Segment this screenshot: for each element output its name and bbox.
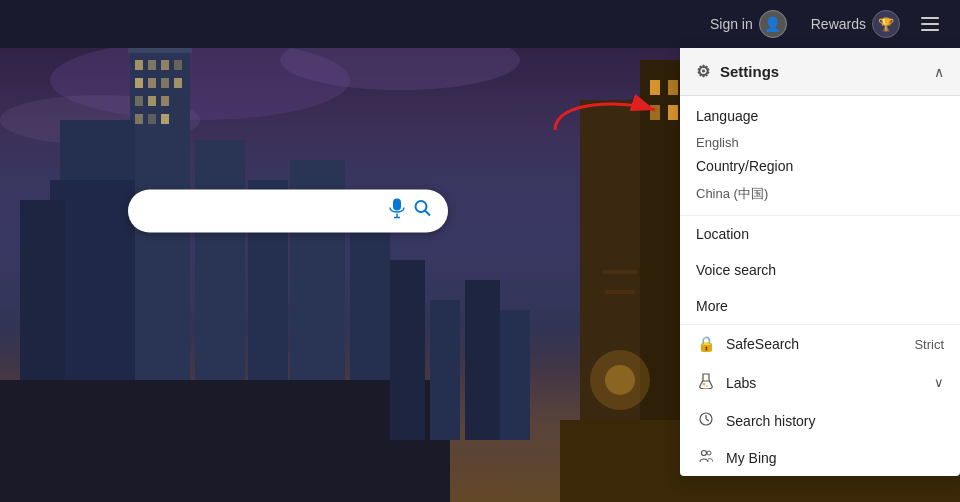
chevron-up-icon: ∧: [934, 64, 944, 80]
settings-dropdown: ⚙ Settings ∧ Language English Country/Re…: [680, 48, 960, 476]
menu-line-2: [921, 23, 939, 25]
more-item[interactable]: More: [680, 288, 960, 325]
language-item[interactable]: Language English: [680, 96, 960, 154]
my-bing-left: My Bing: [696, 449, 777, 466]
safesearch-value: Strict: [914, 337, 944, 352]
labs-item[interactable]: Labs ∨: [680, 363, 960, 402]
labs-left: Labs: [696, 373, 756, 392]
labs-label: Labs: [726, 375, 756, 391]
mic-icon[interactable]: [388, 198, 406, 225]
labs-chevron-icon: ∨: [934, 375, 944, 390]
svg-point-57: [702, 451, 707, 456]
location-label: Location: [696, 226, 749, 242]
my-bing-item[interactable]: My Bing: [680, 439, 960, 476]
search-history-item[interactable]: Search history: [680, 402, 960, 439]
safesearch-left: 🔒 SafeSearch: [696, 335, 799, 353]
settings-title: Settings: [720, 63, 779, 80]
svg-point-52: [703, 383, 706, 386]
voice-search-item[interactable]: Voice search: [680, 252, 960, 288]
menu-line-1: [921, 17, 939, 19]
clock-icon: [696, 412, 716, 429]
signin-button[interactable]: Sign in 👤: [702, 6, 795, 42]
search-history-left: Search history: [696, 412, 815, 429]
search-input[interactable]: [144, 202, 380, 220]
settings-header-left: ⚙ Settings: [696, 62, 779, 81]
labs-icon: [696, 373, 716, 392]
voice-search-label: Voice search: [696, 262, 776, 278]
country-item[interactable]: Country/Region China (中国): [680, 154, 960, 216]
safesearch-label: SafeSearch: [726, 336, 799, 352]
svg-point-58: [707, 451, 711, 455]
search-icon[interactable]: [414, 200, 432, 223]
rewards-icon: 🏆: [872, 10, 900, 38]
language-label: Language: [696, 108, 758, 124]
my-bing-icon: [696, 449, 716, 466]
menu-line-3: [921, 29, 939, 31]
avatar-icon: 👤: [764, 16, 781, 32]
svg-point-48: [416, 201, 427, 212]
rewards-label: Rewards: [811, 16, 866, 32]
search-box: [128, 190, 448, 233]
user-avatar: 👤: [759, 10, 787, 38]
search-history-label: Search history: [726, 413, 815, 429]
my-bing-label: My Bing: [726, 450, 777, 466]
signin-label: Sign in: [710, 16, 753, 32]
more-label: More: [696, 298, 728, 314]
svg-line-56: [706, 419, 709, 421]
country-label: Country/Region: [696, 158, 793, 174]
search-container: [128, 190, 448, 233]
safesearch-item[interactable]: 🔒 SafeSearch Strict: [680, 325, 960, 363]
topbar: Sign in 👤 Rewards 🏆: [0, 0, 960, 48]
language-value: English: [696, 135, 739, 150]
gear-icon: ⚙: [696, 62, 710, 81]
svg-point-53: [706, 385, 708, 387]
location-item[interactable]: Location: [680, 216, 960, 252]
svg-rect-45: [393, 199, 401, 211]
settings-header[interactable]: ⚙ Settings ∧: [680, 48, 960, 96]
rewards-button[interactable]: Rewards 🏆: [803, 6, 908, 42]
country-value: China (中国): [696, 185, 768, 203]
menu-button[interactable]: [916, 10, 944, 38]
lock-icon: 🔒: [696, 335, 716, 353]
svg-line-49: [425, 211, 430, 216]
